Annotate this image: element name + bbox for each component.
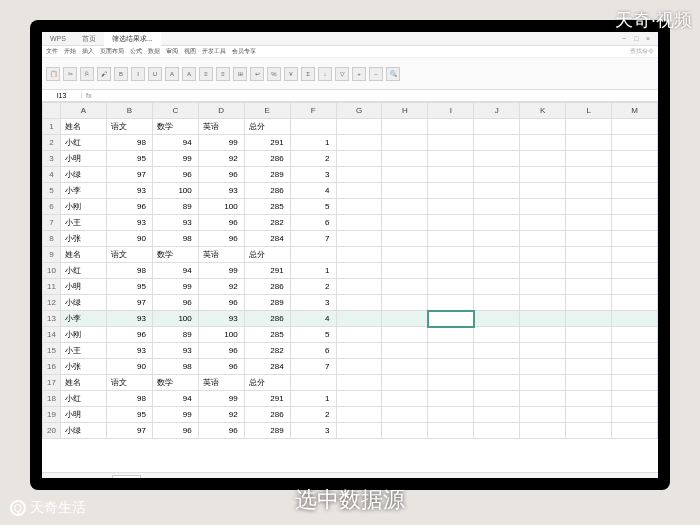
cell-M7[interactable] — [612, 215, 658, 231]
cell-E10[interactable]: 291 — [244, 263, 290, 279]
cell-J10[interactable] — [474, 263, 520, 279]
row-header[interactable]: 18 — [43, 391, 61, 407]
cell-G12[interactable] — [336, 295, 382, 311]
cell-F8[interactable]: 7 — [290, 231, 336, 247]
cell-J19[interactable] — [474, 407, 520, 423]
cell-E9[interactable]: 总分 — [244, 247, 290, 263]
cell-M1[interactable] — [612, 119, 658, 135]
cell-J8[interactable] — [474, 231, 520, 247]
cell-H13[interactable] — [382, 311, 428, 327]
cell-G7[interactable] — [336, 215, 382, 231]
cell-J3[interactable] — [474, 151, 520, 167]
find-icon[interactable]: 🔍 — [386, 67, 400, 81]
cell-D10[interactable]: 99 — [198, 263, 244, 279]
cell-D18[interactable]: 99 — [198, 391, 244, 407]
cell-I10[interactable] — [428, 263, 474, 279]
file-tab[interactable]: 筛选结果求... — [104, 32, 161, 46]
cell-B20[interactable]: 97 — [106, 423, 152, 439]
menu-home[interactable]: 开始 — [64, 47, 76, 56]
cell-I3[interactable] — [428, 151, 474, 167]
cell-E12[interactable]: 289 — [244, 295, 290, 311]
cell-C12[interactable]: 96 — [152, 295, 198, 311]
cell-F15[interactable]: 6 — [290, 343, 336, 359]
sheet-tab[interactable]: Sheet1 — [46, 475, 75, 479]
cell-M3[interactable] — [612, 151, 658, 167]
number-icon[interactable]: % — [267, 67, 281, 81]
cell-J18[interactable] — [474, 391, 520, 407]
cell-F5[interactable]: 4 — [290, 183, 336, 199]
cell-C20[interactable]: 96 — [152, 423, 198, 439]
cell-L6[interactable] — [566, 199, 612, 215]
cell-M14[interactable] — [612, 327, 658, 343]
cell-K15[interactable] — [520, 343, 566, 359]
cell-K16[interactable] — [520, 359, 566, 375]
cell-D5[interactable]: 93 — [198, 183, 244, 199]
sheet-tab[interactable]: Sheet5 — [178, 475, 207, 479]
cell-I11[interactable] — [428, 279, 474, 295]
cell-A5[interactable]: 小李 — [61, 183, 107, 199]
cell-F12[interactable]: 3 — [290, 295, 336, 311]
underline-icon[interactable]: U — [148, 67, 162, 81]
menu-vip[interactable]: 会员专享 — [232, 47, 256, 56]
col-header-F[interactable]: F — [290, 103, 336, 119]
cell-B11[interactable]: 95 — [106, 279, 152, 295]
cell-E14[interactable]: 285 — [244, 327, 290, 343]
currency-icon[interactable]: ¥ — [284, 67, 298, 81]
cell-C11[interactable]: 99 — [152, 279, 198, 295]
cell-E2[interactable]: 291 — [244, 135, 290, 151]
cell-L4[interactable] — [566, 167, 612, 183]
cell-E11[interactable]: 286 — [244, 279, 290, 295]
cell-K8[interactable] — [520, 231, 566, 247]
cell-H3[interactable] — [382, 151, 428, 167]
menu-review[interactable]: 审阅 — [166, 47, 178, 56]
filter-icon[interactable]: ▽ — [335, 67, 349, 81]
cell-C8[interactable]: 98 — [152, 231, 198, 247]
cell-B10[interactable]: 98 — [106, 263, 152, 279]
cell-K13[interactable] — [520, 311, 566, 327]
cell-B9[interactable]: 语文 — [106, 247, 152, 263]
cell-B7[interactable]: 93 — [106, 215, 152, 231]
spreadsheet-grid[interactable]: ABCDEFGHIJKLM1姓名语文数学英语总分2小红98949929113小明… — [42, 102, 658, 472]
row-header[interactable]: 1 — [43, 119, 61, 135]
cell-I1[interactable] — [428, 119, 474, 135]
cell-L13[interactable] — [566, 311, 612, 327]
row-header[interactable]: 12 — [43, 295, 61, 311]
align-center-icon[interactable]: ≡ — [216, 67, 230, 81]
sheet-tab[interactable]: Sheet11 — [380, 475, 412, 479]
wrap-icon[interactable]: ↩ — [250, 67, 264, 81]
cell-G3[interactable] — [336, 151, 382, 167]
cell-F2[interactable]: 1 — [290, 135, 336, 151]
cell-D6[interactable]: 100 — [198, 199, 244, 215]
menu-formula[interactable]: 公式 — [130, 47, 142, 56]
cell-D12[interactable]: 96 — [198, 295, 244, 311]
cell-J9[interactable] — [474, 247, 520, 263]
cell-K2[interactable] — [520, 135, 566, 151]
cut-icon[interactable]: ✂ — [63, 67, 77, 81]
maximize-icon[interactable]: □ — [634, 35, 642, 43]
cell-B15[interactable]: 93 — [106, 343, 152, 359]
cell-A6[interactable]: 小刚 — [61, 199, 107, 215]
sheet-tab[interactable]: Sheet10 — [343, 475, 375, 479]
cell-K20[interactable] — [520, 423, 566, 439]
cell-I15[interactable] — [428, 343, 474, 359]
cell-F1[interactable] — [290, 119, 336, 135]
cell-E1[interactable]: 总分 — [244, 119, 290, 135]
cell-K7[interactable] — [520, 215, 566, 231]
cell-H8[interactable] — [382, 231, 428, 247]
cell-B18[interactable]: 98 — [106, 391, 152, 407]
cell-D7[interactable]: 96 — [198, 215, 244, 231]
cell-L1[interactable] — [566, 119, 612, 135]
cell-C6[interactable]: 89 — [152, 199, 198, 215]
menu-insert[interactable]: 插入 — [82, 47, 94, 56]
row-header[interactable]: 16 — [43, 359, 61, 375]
menu-file[interactable]: 文件 — [46, 47, 58, 56]
cell-M16[interactable] — [612, 359, 658, 375]
copy-icon[interactable]: ⎘ — [80, 67, 94, 81]
insert-icon[interactable]: + — [352, 67, 366, 81]
cell-G20[interactable] — [336, 423, 382, 439]
cell-M18[interactable] — [612, 391, 658, 407]
cell-I7[interactable] — [428, 215, 474, 231]
sort-icon[interactable]: ↓ — [318, 67, 332, 81]
cell-H10[interactable] — [382, 263, 428, 279]
cell-I14[interactable] — [428, 327, 474, 343]
